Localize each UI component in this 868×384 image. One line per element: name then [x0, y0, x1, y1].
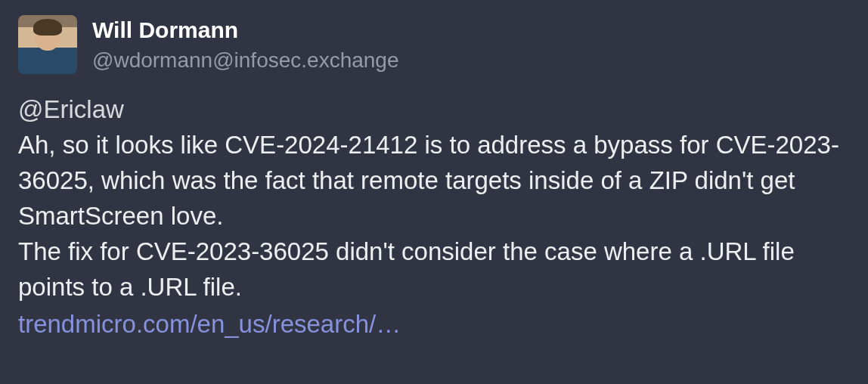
avatar[interactable] — [18, 15, 77, 74]
post-header: Will Dormann @wdormann@infosec.exchange — [18, 15, 850, 74]
post-content: @Ericlaw Ah, so it looks like CVE-2024-2… — [18, 92, 850, 342]
post-body-paragraph-2: The fix for CVE-2023-36025 didn't consid… — [18, 237, 795, 301]
mention-link[interactable]: @Ericlaw — [18, 92, 850, 128]
author-handle: @wdormann@infosec.exchange — [92, 47, 399, 74]
social-post: Will Dormann @wdormann@infosec.exchange … — [0, 0, 868, 357]
author-name-block[interactable]: Will Dormann @wdormann@infosec.exchange — [92, 15, 399, 74]
external-link[interactable]: trendmicro.com/en_us/research/… — [18, 307, 850, 342]
author-display-name: Will Dormann — [92, 17, 399, 44]
post-body-paragraph-1: Ah, so it looks like CVE-2024-21412 is t… — [18, 131, 839, 230]
